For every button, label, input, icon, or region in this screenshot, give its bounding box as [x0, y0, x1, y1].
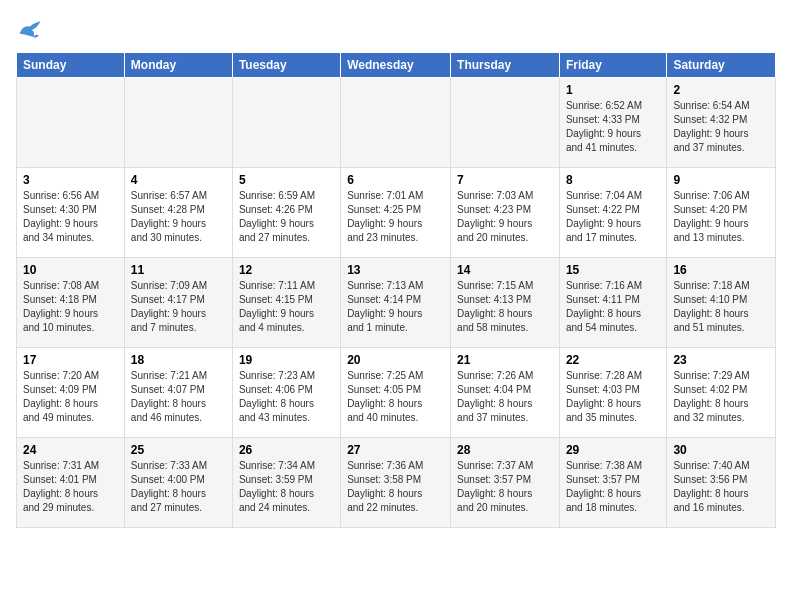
- calendar-cell: 30Sunrise: 7:40 AMSunset: 3:56 PMDayligh…: [667, 438, 776, 528]
- day-info: Sunrise: 7:29 AMSunset: 4:02 PMDaylight:…: [673, 369, 769, 425]
- calendar-cell: [341, 78, 451, 168]
- day-number: 24: [23, 443, 118, 457]
- calendar-cell: 27Sunrise: 7:36 AMSunset: 3:58 PMDayligh…: [341, 438, 451, 528]
- calendar-cell: 16Sunrise: 7:18 AMSunset: 4:10 PMDayligh…: [667, 258, 776, 348]
- day-info: Sunrise: 7:06 AMSunset: 4:20 PMDaylight:…: [673, 189, 769, 245]
- day-number: 7: [457, 173, 553, 187]
- day-number: 3: [23, 173, 118, 187]
- day-number: 4: [131, 173, 226, 187]
- day-info: Sunrise: 6:59 AMSunset: 4:26 PMDaylight:…: [239, 189, 334, 245]
- calendar-cell: 3Sunrise: 6:56 AMSunset: 4:30 PMDaylight…: [17, 168, 125, 258]
- calendar-cell: 28Sunrise: 7:37 AMSunset: 3:57 PMDayligh…: [451, 438, 560, 528]
- calendar-cell: 22Sunrise: 7:28 AMSunset: 4:03 PMDayligh…: [559, 348, 666, 438]
- calendar-cell: 6Sunrise: 7:01 AMSunset: 4:25 PMDaylight…: [341, 168, 451, 258]
- day-info: Sunrise: 7:01 AMSunset: 4:25 PMDaylight:…: [347, 189, 444, 245]
- calendar-cell: 9Sunrise: 7:06 AMSunset: 4:20 PMDaylight…: [667, 168, 776, 258]
- day-number: 8: [566, 173, 660, 187]
- calendar-cell: 2Sunrise: 6:54 AMSunset: 4:32 PMDaylight…: [667, 78, 776, 168]
- calendar-cell: 7Sunrise: 7:03 AMSunset: 4:23 PMDaylight…: [451, 168, 560, 258]
- calendar-week-row: 17Sunrise: 7:20 AMSunset: 4:09 PMDayligh…: [17, 348, 776, 438]
- calendar-table: SundayMondayTuesdayWednesdayThursdayFrid…: [16, 52, 776, 528]
- day-number: 30: [673, 443, 769, 457]
- day-info: Sunrise: 7:36 AMSunset: 3:58 PMDaylight:…: [347, 459, 444, 515]
- day-number: 26: [239, 443, 334, 457]
- weekday-header: Thursday: [451, 53, 560, 78]
- calendar-cell: 14Sunrise: 7:15 AMSunset: 4:13 PMDayligh…: [451, 258, 560, 348]
- day-info: Sunrise: 7:16 AMSunset: 4:11 PMDaylight:…: [566, 279, 660, 335]
- day-number: 5: [239, 173, 334, 187]
- day-info: Sunrise: 7:26 AMSunset: 4:04 PMDaylight:…: [457, 369, 553, 425]
- calendar-cell: 24Sunrise: 7:31 AMSunset: 4:01 PMDayligh…: [17, 438, 125, 528]
- day-info: Sunrise: 6:57 AMSunset: 4:28 PMDaylight:…: [131, 189, 226, 245]
- weekday-header-row: SundayMondayTuesdayWednesdayThursdayFrid…: [17, 53, 776, 78]
- calendar-cell: 18Sunrise: 7:21 AMSunset: 4:07 PMDayligh…: [124, 348, 232, 438]
- day-info: Sunrise: 7:23 AMSunset: 4:06 PMDaylight:…: [239, 369, 334, 425]
- day-info: Sunrise: 7:31 AMSunset: 4:01 PMDaylight:…: [23, 459, 118, 515]
- calendar-cell: 19Sunrise: 7:23 AMSunset: 4:06 PMDayligh…: [232, 348, 340, 438]
- day-number: 9: [673, 173, 769, 187]
- day-info: Sunrise: 7:09 AMSunset: 4:17 PMDaylight:…: [131, 279, 226, 335]
- day-number: 16: [673, 263, 769, 277]
- calendar-cell: [232, 78, 340, 168]
- calendar-cell: 1Sunrise: 6:52 AMSunset: 4:33 PMDaylight…: [559, 78, 666, 168]
- calendar-week-row: 10Sunrise: 7:08 AMSunset: 4:18 PMDayligh…: [17, 258, 776, 348]
- day-number: 10: [23, 263, 118, 277]
- weekday-header: Saturday: [667, 53, 776, 78]
- day-number: 23: [673, 353, 769, 367]
- day-info: Sunrise: 7:15 AMSunset: 4:13 PMDaylight:…: [457, 279, 553, 335]
- weekday-header: Monday: [124, 53, 232, 78]
- calendar-cell: 5Sunrise: 6:59 AMSunset: 4:26 PMDaylight…: [232, 168, 340, 258]
- calendar-cell: [17, 78, 125, 168]
- day-info: Sunrise: 6:56 AMSunset: 4:30 PMDaylight:…: [23, 189, 118, 245]
- day-number: 18: [131, 353, 226, 367]
- weekday-header: Tuesday: [232, 53, 340, 78]
- day-info: Sunrise: 7:08 AMSunset: 4:18 PMDaylight:…: [23, 279, 118, 335]
- calendar-cell: 8Sunrise: 7:04 AMSunset: 4:22 PMDaylight…: [559, 168, 666, 258]
- calendar-cell: 12Sunrise: 7:11 AMSunset: 4:15 PMDayligh…: [232, 258, 340, 348]
- day-number: 28: [457, 443, 553, 457]
- logo-bird-icon: [16, 16, 44, 44]
- day-info: Sunrise: 7:28 AMSunset: 4:03 PMDaylight:…: [566, 369, 660, 425]
- day-info: Sunrise: 7:18 AMSunset: 4:10 PMDaylight:…: [673, 279, 769, 335]
- weekday-header: Sunday: [17, 53, 125, 78]
- day-number: 13: [347, 263, 444, 277]
- calendar-cell: 20Sunrise: 7:25 AMSunset: 4:05 PMDayligh…: [341, 348, 451, 438]
- calendar-cell: 15Sunrise: 7:16 AMSunset: 4:11 PMDayligh…: [559, 258, 666, 348]
- day-number: 6: [347, 173, 444, 187]
- day-info: Sunrise: 7:04 AMSunset: 4:22 PMDaylight:…: [566, 189, 660, 245]
- day-number: 25: [131, 443, 226, 457]
- calendar-cell: 13Sunrise: 7:13 AMSunset: 4:14 PMDayligh…: [341, 258, 451, 348]
- day-number: 21: [457, 353, 553, 367]
- calendar-cell: 25Sunrise: 7:33 AMSunset: 4:00 PMDayligh…: [124, 438, 232, 528]
- day-number: 22: [566, 353, 660, 367]
- calendar-cell: 26Sunrise: 7:34 AMSunset: 3:59 PMDayligh…: [232, 438, 340, 528]
- day-number: 19: [239, 353, 334, 367]
- day-info: Sunrise: 7:20 AMSunset: 4:09 PMDaylight:…: [23, 369, 118, 425]
- calendar-cell: 11Sunrise: 7:09 AMSunset: 4:17 PMDayligh…: [124, 258, 232, 348]
- day-info: Sunrise: 7:13 AMSunset: 4:14 PMDaylight:…: [347, 279, 444, 335]
- calendar-week-row: 3Sunrise: 6:56 AMSunset: 4:30 PMDaylight…: [17, 168, 776, 258]
- day-info: Sunrise: 6:54 AMSunset: 4:32 PMDaylight:…: [673, 99, 769, 155]
- day-info: Sunrise: 7:37 AMSunset: 3:57 PMDaylight:…: [457, 459, 553, 515]
- weekday-header: Wednesday: [341, 53, 451, 78]
- day-number: 14: [457, 263, 553, 277]
- day-number: 29: [566, 443, 660, 457]
- day-info: Sunrise: 7:33 AMSunset: 4:00 PMDaylight:…: [131, 459, 226, 515]
- day-number: 2: [673, 83, 769, 97]
- day-number: 11: [131, 263, 226, 277]
- day-info: Sunrise: 7:38 AMSunset: 3:57 PMDaylight:…: [566, 459, 660, 515]
- weekday-header: Friday: [559, 53, 666, 78]
- day-number: 27: [347, 443, 444, 457]
- day-info: Sunrise: 7:34 AMSunset: 3:59 PMDaylight:…: [239, 459, 334, 515]
- logo: [16, 16, 48, 44]
- day-info: Sunrise: 6:52 AMSunset: 4:33 PMDaylight:…: [566, 99, 660, 155]
- day-info: Sunrise: 7:11 AMSunset: 4:15 PMDaylight:…: [239, 279, 334, 335]
- calendar-cell: 4Sunrise: 6:57 AMSunset: 4:28 PMDaylight…: [124, 168, 232, 258]
- day-number: 12: [239, 263, 334, 277]
- calendar-cell: 21Sunrise: 7:26 AMSunset: 4:04 PMDayligh…: [451, 348, 560, 438]
- calendar-cell: 29Sunrise: 7:38 AMSunset: 3:57 PMDayligh…: [559, 438, 666, 528]
- calendar-week-row: 24Sunrise: 7:31 AMSunset: 4:01 PMDayligh…: [17, 438, 776, 528]
- day-info: Sunrise: 7:03 AMSunset: 4:23 PMDaylight:…: [457, 189, 553, 245]
- day-info: Sunrise: 7:21 AMSunset: 4:07 PMDaylight:…: [131, 369, 226, 425]
- day-number: 1: [566, 83, 660, 97]
